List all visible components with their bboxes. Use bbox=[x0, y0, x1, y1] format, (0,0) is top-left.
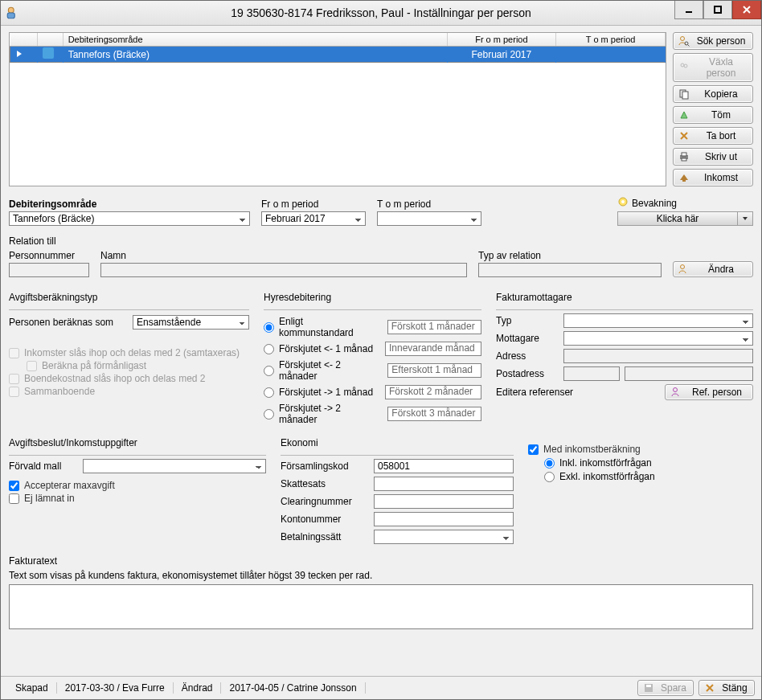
button-label: Ta bort bbox=[694, 130, 748, 141]
chk-med-inkomst[interactable]: Med inkomstberäkning bbox=[528, 444, 753, 455]
svg-point-17 bbox=[674, 388, 678, 392]
rad-enligt[interactable]: Enligt kommunstandard bbox=[264, 316, 378, 338]
table-col-from[interactable]: Fr o m period bbox=[447, 33, 556, 47]
chk-formanligast: Beräkna på förmånligast bbox=[27, 360, 249, 371]
fors-field[interactable] bbox=[374, 459, 514, 473]
table-col-debiteringsomrade[interactable]: Debiteringsområde bbox=[63, 33, 447, 47]
rad-back1[interactable]: Förskjutet <- 1 månad bbox=[264, 343, 373, 354]
window-minimize-button[interactable] bbox=[674, 1, 703, 19]
table-row[interactable]: Tannefors (Bräcke) Februari 2017 bbox=[10, 47, 666, 63]
personnummer-label: Personnummer bbox=[9, 250, 89, 261]
fak-post-label: Postadress bbox=[496, 368, 559, 379]
bevakning-label: Bevakning bbox=[632, 198, 677, 209]
svg-point-0 bbox=[8, 7, 14, 13]
skrivut-button[interactable]: Skriv ut bbox=[673, 148, 753, 166]
stang-button[interactable]: Stäng bbox=[698, 680, 755, 696]
clr-field[interactable] bbox=[374, 494, 514, 509]
eko-header: Ekonomi bbox=[281, 437, 514, 448]
delete-icon bbox=[678, 130, 690, 141]
svg-rect-9 bbox=[682, 92, 688, 99]
save-icon bbox=[643, 682, 654, 694]
kopiera-button[interactable]: Kopiera bbox=[673, 85, 753, 103]
income-icon bbox=[678, 172, 690, 183]
faktxt-area[interactable] bbox=[9, 584, 753, 629]
fr-period-select[interactable]: Februari 2017 bbox=[261, 211, 366, 226]
hyres-box4: Förskott 2 månader bbox=[385, 385, 481, 399]
fak-adr-field bbox=[563, 349, 753, 363]
bevakning-main[interactable]: Klicka här bbox=[618, 212, 738, 225]
rad-fwd1[interactable]: Förskjutet -> 1 månad bbox=[264, 387, 373, 398]
svg-rect-19 bbox=[646, 685, 651, 687]
switch-person-icon bbox=[678, 62, 690, 73]
tom-button[interactable]: Töm bbox=[673, 106, 753, 124]
button-label: Ändra bbox=[694, 264, 748, 275]
status-bar: Skapad 2017-03-30 / Eva Furre Ändrad 201… bbox=[1, 676, 761, 699]
window-close-button[interactable] bbox=[732, 1, 761, 19]
hyres-box2: Innevarande månad bbox=[385, 342, 481, 356]
rad-inkl[interactable]: Inkl. inkomstförfrågan bbox=[544, 457, 753, 469]
rad-exkl[interactable]: Exkl. inkomstförfrågan bbox=[544, 471, 753, 482]
hyres-box1: Förskott 1 månader bbox=[387, 320, 481, 334]
skat-label: Skattesats bbox=[281, 478, 369, 489]
vaxla-person-button: Växla person bbox=[673, 53, 753, 82]
table-col-to[interactable]: T o m period bbox=[556, 33, 666, 47]
skat-field[interactable] bbox=[374, 477, 514, 491]
konto-field[interactable] bbox=[374, 512, 514, 526]
namn-field bbox=[100, 263, 467, 277]
print-icon bbox=[678, 151, 690, 162]
svg-rect-1 bbox=[7, 13, 14, 18]
edit-person-icon bbox=[678, 264, 690, 275]
table-col-icon[interactable] bbox=[37, 33, 63, 47]
cell-from: Februari 2017 bbox=[447, 47, 556, 63]
fak-mott-select[interactable] bbox=[563, 331, 753, 346]
rad-fwd2[interactable]: Förskjutet -> 2 månader bbox=[264, 403, 378, 425]
chk-accepterar[interactable]: Accepterar maxavgift bbox=[9, 480, 266, 491]
to-period-select[interactable] bbox=[377, 211, 481, 226]
faktxt-header: Fakturatext bbox=[9, 555, 753, 567]
svg-rect-2 bbox=[686, 11, 692, 13]
bevakning-button[interactable]: Klicka här bbox=[617, 211, 753, 226]
button-label: Inkomst bbox=[694, 172, 748, 183]
app-icon bbox=[6, 6, 20, 20]
area-table[interactable]: Debiteringsområde Fr o m period T o m pe… bbox=[9, 32, 666, 186]
svg-rect-3 bbox=[715, 6, 721, 13]
hyres-box5: Förskott 3 månader bbox=[387, 407, 481, 421]
andra-button[interactable]: Ändra bbox=[673, 261, 753, 277]
ref-person-button[interactable]: Ref. person bbox=[665, 384, 753, 400]
chk-ej-lamnat[interactable]: Ej lämnat in bbox=[9, 493, 266, 504]
close-icon bbox=[704, 682, 715, 694]
fak-post2-field bbox=[625, 366, 753, 381]
button-label: Ref. person bbox=[686, 387, 748, 398]
fak-typ-select[interactable] bbox=[563, 313, 753, 328]
table-col-marker[interactable] bbox=[10, 33, 38, 47]
copy-icon bbox=[678, 88, 690, 100]
button-label: Sök person bbox=[694, 35, 748, 47]
andrad-value: 2017-04-05 / Catrine Jonsson bbox=[221, 682, 365, 694]
spara-button: Spara bbox=[637, 680, 694, 696]
svg-rect-13 bbox=[682, 179, 686, 182]
debitering-select[interactable]: Tannefors (Bräcke) bbox=[9, 211, 250, 226]
sok-person-button[interactable]: Sök person bbox=[673, 32, 753, 50]
bevakning-dropdown[interactable] bbox=[738, 212, 752, 225]
inkomst-button[interactable]: Inkomst bbox=[673, 169, 753, 186]
window-maximize-button[interactable] bbox=[703, 1, 732, 19]
fak-header: Fakturamottagare bbox=[496, 292, 753, 303]
fak-editref-label: Editera referenser bbox=[496, 387, 660, 398]
mall-select[interactable] bbox=[83, 459, 266, 473]
beraknas-select[interactable]: Ensamstående bbox=[133, 315, 249, 330]
svg-point-16 bbox=[681, 265, 685, 269]
button-label: Stäng bbox=[720, 682, 749, 694]
rad-back2[interactable]: Förskjutet <- 2 månader bbox=[264, 359, 378, 382]
svg-point-15 bbox=[621, 200, 625, 203]
clr-label: Clearingnummer bbox=[281, 496, 369, 507]
andrad-label: Ändrad bbox=[174, 682, 222, 694]
window-titlebar: 19 350630-8174 Fredriksson, Paul - Instä… bbox=[1, 1, 761, 26]
hyres-header: Hyresdebitering bbox=[264, 292, 481, 303]
tabort-button[interactable]: Ta bort bbox=[673, 127, 753, 145]
bet-select[interactable] bbox=[374, 530, 514, 544]
alert-icon bbox=[617, 196, 629, 210]
cell-to bbox=[556, 47, 666, 63]
svg-rect-12 bbox=[682, 158, 686, 161]
window-title: 19 350630-8174 Fredriksson, Paul - Instä… bbox=[1, 6, 761, 19]
button-label: Skriv ut bbox=[694, 151, 748, 162]
